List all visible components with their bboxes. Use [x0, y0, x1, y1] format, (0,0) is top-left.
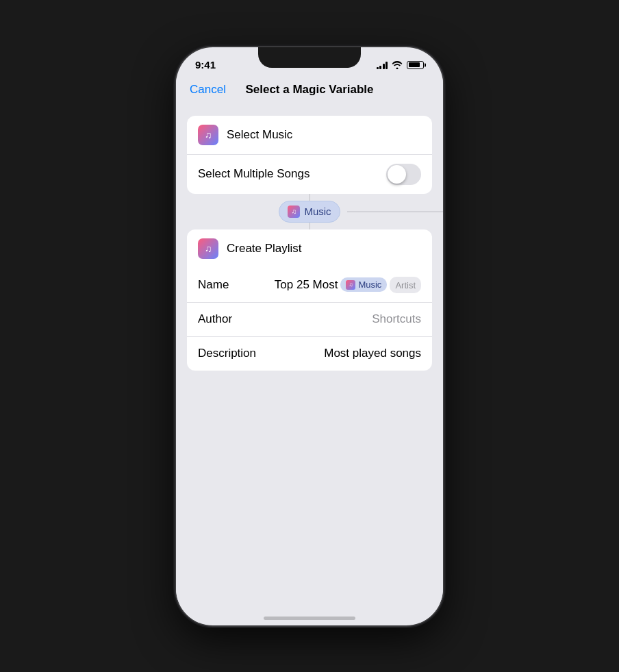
- name-text-value: Top 25 Most: [275, 278, 338, 292]
- music-badge[interactable]: ♫ Music: [340, 277, 387, 292]
- music-badge-label: Music: [358, 279, 381, 290]
- cancel-button[interactable]: Cancel: [190, 83, 226, 97]
- name-row[interactable]: Name Top 25 Most ♫ Music Artist: [187, 268, 432, 302]
- battery-icon: [407, 61, 424, 69]
- music-badge-icon: ♫: [346, 280, 355, 290]
- create-playlist-icon: ♫: [198, 238, 218, 259]
- author-row[interactable]: Author Shortcuts: [187, 302, 432, 336]
- name-value-container: Top 25 Most ♫ Music Artist: [273, 277, 421, 293]
- phone-frame: 9:41 Cancel Select a Magic Variable: [176, 47, 443, 625]
- create-playlist-row[interactable]: ♫ Create Playlist: [187, 229, 432, 268]
- create-playlist-label: Create Playlist: [227, 242, 421, 256]
- name-key: Name: [198, 278, 273, 292]
- music-note-icon: ♫: [205, 129, 212, 140]
- select-multiple-songs-row[interactable]: Select Multiple Songs: [187, 154, 432, 194]
- status-time: 9:41: [195, 59, 216, 71]
- create-playlist-card: ♫ Create Playlist Name Top 25 Most ♫ Mus…: [187, 229, 432, 371]
- notch: [258, 47, 361, 68]
- author-key: Author: [198, 312, 273, 326]
- magic-bubble-label: Music: [304, 206, 331, 217]
- home-indicator: [264, 617, 355, 620]
- select-music-card: ♫ Select Music Select Multiple Songs: [187, 116, 432, 194]
- connector-horizontal-line: [347, 211, 443, 212]
- nav-title: Select a Magic Variable: [245, 83, 373, 97]
- toggle-knob: [388, 165, 406, 184]
- description-row[interactable]: Description Most played songs: [187, 336, 432, 371]
- nav-bar: Cancel Select a Magic Variable: [176, 77, 443, 105]
- select-music-row[interactable]: ♫ Select Music: [187, 116, 432, 154]
- description-key: Description: [198, 347, 273, 360]
- author-placeholder: Shortcuts: [273, 312, 421, 326]
- select-multiple-songs-label: Select Multiple Songs: [198, 167, 386, 181]
- status-icons: [377, 61, 425, 69]
- description-value: Most played songs: [273, 347, 421, 360]
- signal-bars-icon: [377, 61, 388, 69]
- select-music-icon: ♫: [198, 125, 218, 145]
- select-multiple-toggle[interactable]: [386, 164, 421, 185]
- magic-variable-area: ♫ Music: [176, 194, 443, 229]
- content-area: ♫ Select Music Select Multiple Songs ♫ M…: [176, 105, 443, 623]
- magic-variable-bubble[interactable]: ♫ Music: [279, 201, 340, 223]
- wifi-icon: [392, 61, 403, 69]
- create-playlist-music-icon: ♫: [205, 243, 212, 254]
- magic-bubble-music-icon: ♫: [288, 206, 300, 218]
- artist-badge-label: Artist: [395, 280, 416, 290]
- artist-badge[interactable]: Artist: [390, 277, 421, 293]
- select-music-label: Select Music: [227, 128, 421, 142]
